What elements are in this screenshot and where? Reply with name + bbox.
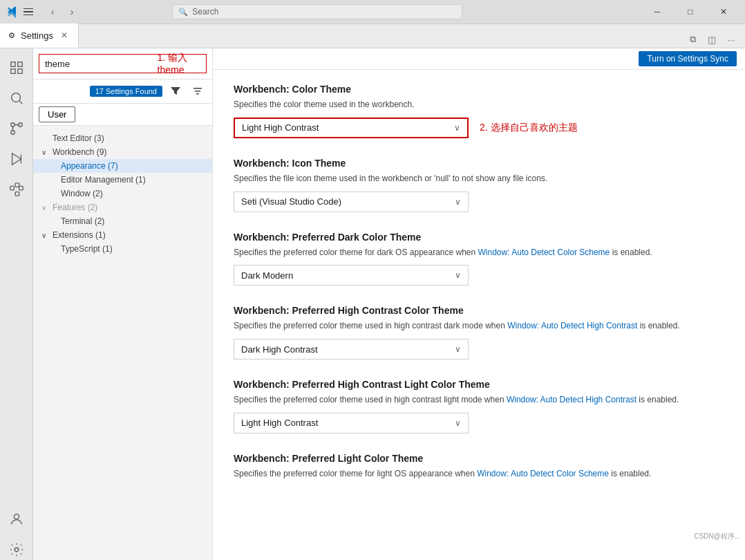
preferred-light-title: Workbench: Preferred Light Color Theme (234, 453, 724, 464)
minimize-button[interactable]: ─ (641, 0, 673, 24)
more-actions-button[interactable]: ··· (723, 31, 739, 48)
chevron-icon: ∨ (41, 149, 50, 156)
split-editor-button[interactable]: ⧉ (684, 31, 701, 48)
nav-forward-button[interactable]: › (64, 3, 80, 20)
filter-icon[interactable] (167, 82, 185, 100)
chevron-down-icon: ∨ (455, 344, 461, 354)
svg-point-4 (11, 93, 20, 102)
svg-rect-14 (19, 186, 22, 190)
tree-item-label: Window (2) (61, 189, 103, 198)
search-icon: 🔍 (178, 8, 188, 17)
color-theme-dropdown[interactable]: Light High Contrast ∨ (234, 118, 469, 138)
settings-tab[interactable]: ⚙ Settings ✕ (0, 24, 79, 48)
icon-theme-value: Seti (Visual Studio Code) (241, 196, 341, 207)
preferred-hc-title: Workbench: Preferred High Contrast Color… (234, 305, 724, 316)
svg-rect-11 (10, 186, 14, 190)
preferred-hc-dropdown[interactable]: Dark High Contrast ∨ (234, 339, 469, 360)
preferred-hc-light-dropdown[interactable]: Light High Contrast ∨ (234, 413, 469, 433)
svg-rect-18 (195, 91, 200, 92)
svg-point-7 (10, 131, 15, 135)
tab-bar-actions: ⧉ ◫ ··· (684, 31, 745, 48)
main-panel: Turn on Settings Sync Workbench: Color T… (213, 48, 745, 560)
close-button[interactable]: ✕ (708, 0, 739, 24)
sidebar-item-terminal[interactable]: Terminal (2) (33, 214, 212, 228)
maximize-button[interactable]: □ (675, 0, 706, 24)
main-content: Workbench: Color Theme Specifies the col… (213, 70, 745, 560)
preferred-hc-light-section: Workbench: Preferred High Contrast Light… (234, 379, 724, 433)
activity-extensions[interactable] (3, 176, 30, 203)
svg-rect-12 (15, 183, 19, 187)
icon-theme-desc: Specifies the file icon theme used in th… (234, 173, 724, 185)
preferred-hc-link[interactable]: Window: Auto Detect High Contrast (507, 321, 637, 330)
settings-search-input[interactable] (45, 59, 158, 69)
activity-account[interactable] (3, 505, 30, 533)
sidebar-item-editor-management[interactable]: Editor Management (1) (33, 173, 212, 187)
chevron-down-icon: ∨ (454, 123, 460, 133)
sidebar-item-appearance[interactable]: Appearance (7) (33, 159, 212, 173)
svg-rect-3 (17, 69, 21, 73)
sidebar-item-workbench[interactable]: ∨ Workbench (9) (33, 145, 212, 159)
tree-item-label: Features (2) (53, 203, 97, 212)
sidebar: 1. 输入 theme 17 Settings Found User (33, 48, 213, 560)
user-tab-button[interactable]: User (39, 106, 75, 122)
preferred-dark-section: Workbench: Preferred Dark Color Theme Sp… (234, 232, 724, 286)
titlebar-search-bar[interactable]: 🔍 Search (172, 4, 462, 19)
preferred-hc-light-link[interactable]: Window: Auto Detect High Contrast (507, 395, 636, 404)
svg-point-16 (15, 548, 19, 552)
toggle-sidebar-button[interactable]: ◫ (704, 31, 720, 48)
icon-theme-dropdown[interactable]: Seti (Visual Studio Code) ∨ (234, 192, 469, 212)
tree-item-label: Text Editor (3) (53, 133, 104, 143)
preferred-dark-link[interactable]: Window: Auto Detect Color Scheme (478, 248, 610, 257)
sidebar-item-features[interactable]: ∨ Features (2) (33, 200, 212, 214)
titlebar-search-label: Search (192, 7, 218, 17)
sidebar-item-text-editor[interactable]: Text Editor (3) (33, 131, 212, 145)
nav-back-button[interactable]: ‹ (44, 3, 61, 20)
chevron-down-icon: ∨ (455, 418, 461, 428)
svg-line-5 (19, 101, 22, 104)
preferred-hc-desc: Specifies the preferred color theme used… (234, 320, 724, 332)
sidebar-tree: Text Editor (3) ∨ Workbench (9) Appearan… (33, 126, 212, 261)
activity-search[interactable] (3, 84, 30, 112)
sidebar-item-extensions[interactable]: ∨ Extensions (1) (33, 228, 212, 242)
settings-found-bar: 17 Settings Found (33, 80, 212, 104)
activity-settings[interactable] (3, 536, 30, 560)
preferred-hc-light-value: Light High Contrast (241, 418, 318, 428)
preferred-light-section: Workbench: Preferred Light Color Theme S… (234, 453, 724, 480)
vscode-logo-icon (6, 6, 18, 18)
svg-rect-2 (10, 69, 15, 73)
icon-theme-section: Workbench: Icon Theme Specifies the file… (234, 158, 724, 212)
tree-item-label: Editor Management (1) (61, 175, 146, 185)
svg-point-6 (10, 123, 15, 127)
sidebar-item-window[interactable]: Window (2) (33, 187, 212, 200)
chevron-down-icon: ∨ (455, 197, 461, 207)
settings-tab-label: Settings (21, 30, 53, 41)
chevron-down-icon: ∨ (455, 270, 461, 280)
tab-bar: ⚙ Settings ✕ ⧉ ◫ ··· (0, 24, 745, 48)
color-theme-desc: Specifies the color theme used in the wo… (234, 99, 724, 111)
activity-explorer[interactable] (3, 54, 30, 82)
svg-rect-13 (15, 192, 19, 196)
svg-rect-19 (196, 93, 199, 95)
activity-run[interactable] (3, 145, 30, 173)
activity-source-control[interactable] (3, 115, 30, 142)
svg-rect-0 (10, 62, 15, 66)
chevron-icon: ∨ (41, 232, 50, 239)
preferred-hc-section: Workbench: Preferred High Contrast Color… (234, 305, 724, 360)
sidebar-item-typescript[interactable]: TypeScript (1) (33, 242, 212, 256)
svg-rect-1 (17, 62, 21, 66)
preferred-light-link[interactable]: Window: Auto Detect Color Scheme (477, 469, 609, 478)
color-theme-row: Light High Contrast ∨ 2. 选择自己喜欢的主题 (234, 118, 724, 138)
hamburger-menu-icon[interactable] (23, 6, 36, 18)
titlebar-left (6, 6, 36, 18)
settings-tab-close[interactable]: ✕ (59, 30, 70, 41)
settings-tab-icon: ⚙ (8, 31, 15, 40)
titlebar: ‹ › 🔍 Search ─ □ ✕ (0, 0, 745, 24)
preferred-light-desc: Specifies the preferred color theme for … (234, 468, 724, 480)
settings-search-wrapper[interactable]: 1. 输入 theme (39, 54, 207, 73)
tree-item-label: TypeScript (1) (61, 244, 113, 254)
preferred-dark-dropdown[interactable]: Dark Modern ∨ (234, 265, 469, 286)
preferred-dark-title: Workbench: Preferred Dark Color Theme (234, 232, 724, 243)
sort-icon[interactable] (189, 82, 207, 100)
preferred-dark-value: Dark Modern (241, 270, 293, 281)
sync-button[interactable]: Turn on Settings Sync (639, 51, 737, 66)
